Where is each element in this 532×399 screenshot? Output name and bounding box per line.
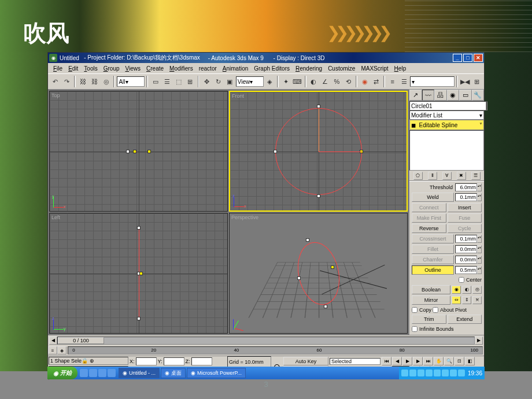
- tray-icon[interactable]: [409, 370, 416, 376]
- close-button[interactable]: ✕: [474, 54, 483, 62]
- start-button[interactable]: ◉ 开始: [47, 367, 77, 379]
- insert-button[interactable]: Insert: [448, 203, 482, 212]
- ql-ie-icon[interactable]: [80, 369, 88, 377]
- vertex-selected[interactable]: [147, 150, 151, 153]
- manipulate-icon[interactable]: ✦: [280, 76, 291, 87]
- curve-editor-icon[interactable]: ▶◀: [460, 76, 471, 87]
- tray-icon[interactable]: [401, 370, 408, 376]
- remove-mod-icon[interactable]: ✖: [457, 172, 466, 180]
- named-selection-combo[interactable]: ▾: [410, 76, 454, 87]
- modifier-stack[interactable]: [409, 130, 484, 171]
- angle-snap-icon[interactable]: ∠: [320, 76, 331, 87]
- time-slider-thumb[interactable]: 0 / 100: [58, 337, 104, 344]
- mirror-icon[interactable]: ⇄: [371, 76, 382, 87]
- selection-filter-combo[interactable]: All ▾: [117, 76, 145, 87]
- menu-animation[interactable]: Animation: [220, 65, 251, 72]
- scale-icon[interactable]: ▣: [224, 76, 235, 87]
- snap-icon[interactable]: ◐: [308, 76, 319, 87]
- display-tab-icon[interactable]: ▭: [459, 90, 472, 101]
- menu-maxscript[interactable]: MAXScript: [358, 65, 391, 72]
- modifier-stack-item[interactable]: ◼ Editable Spline˅: [409, 120, 484, 130]
- viewport-perspective[interactable]: Perspective: [229, 213, 408, 334]
- extend-button[interactable]: Extend: [448, 315, 482, 324]
- time-slider[interactable]: ◀ 0 / 100 ▶: [48, 335, 484, 345]
- menu-reactor[interactable]: reactor: [196, 65, 220, 72]
- fov-icon[interactable]: ◧: [465, 357, 475, 365]
- vertex[interactable]: [324, 305, 327, 308]
- keyboard-icon[interactable]: ⌨: [292, 76, 303, 87]
- window-crossing-icon[interactable]: ⊞: [184, 76, 195, 87]
- ref-coord-combo[interactable]: View ▾: [236, 76, 264, 87]
- create-tab-icon[interactable]: ↗: [409, 90, 422, 101]
- menu-edit[interactable]: Edit: [65, 65, 81, 72]
- fuse-button[interactable]: Fuse: [448, 213, 482, 223]
- titlebar[interactable]: ◉ Untitled - Project Folder: D:\Backup\我…: [48, 53, 484, 63]
- mirror-v-icon[interactable]: ⇕: [462, 296, 471, 304]
- trim-button[interactable]: Trim: [412, 315, 446, 324]
- prev-key-icon[interactable]: ◀: [49, 337, 57, 345]
- tray-icon[interactable]: [434, 370, 441, 376]
- pan-icon[interactable]: ✋: [434, 357, 444, 365]
- modify-tab-icon[interactable]: 〰: [422, 90, 435, 101]
- task-powerpoint[interactable]: ◉ Microsoft PowerP...: [187, 368, 246, 378]
- fillet-spinner[interactable]: [455, 245, 477, 253]
- goto-end-icon[interactable]: ⏭: [423, 357, 433, 365]
- vertex-selected[interactable]: [331, 265, 334, 269]
- menu-graph[interactable]: Graph Editors: [251, 65, 293, 72]
- vertex[interactable]: [274, 150, 277, 153]
- show-end-icon[interactable]: Ⅱ: [428, 172, 437, 180]
- next-frame-icon[interactable]: ▶: [413, 357, 423, 365]
- aboutpivot-checkbox[interactable]: About Pivot: [433, 307, 467, 313]
- track-bar[interactable]: ≡ ◈ 0 20 40 60 80 100: [48, 345, 484, 356]
- vertex[interactable]: [126, 150, 130, 153]
- reverse-button[interactable]: Reverse: [412, 224, 446, 233]
- tray-icon[interactable]: [426, 370, 433, 376]
- vertex[interactable]: [133, 150, 136, 153]
- fillet-button[interactable]: Fillet: [412, 245, 454, 254]
- track-filter-icon[interactable]: ≡: [48, 346, 57, 354]
- motion-tab-icon[interactable]: ◉: [447, 90, 460, 101]
- tray-icon[interactable]: [442, 370, 449, 376]
- menu-rendering[interactable]: Rendering: [293, 65, 325, 72]
- tray-icon[interactable]: [458, 370, 465, 376]
- menu-help[interactable]: Help: [391, 65, 409, 72]
- bind-icon[interactable]: ◎: [101, 76, 112, 87]
- pin-stack-icon[interactable]: ⬠: [413, 172, 423, 180]
- goto-start-icon[interactable]: ⏮: [382, 357, 391, 365]
- spinner-snap-icon[interactable]: ⟲: [343, 76, 354, 87]
- keymode-combo[interactable]: Selected: [330, 358, 380, 365]
- vertex[interactable]: [137, 226, 141, 230]
- viewport-front[interactable]: Front x z: [229, 91, 408, 212]
- track-key-icon[interactable]: ◈: [57, 346, 66, 354]
- select-name-icon[interactable]: ☰: [161, 76, 172, 87]
- layers-icon[interactable]: ☰: [398, 76, 409, 87]
- select-icon[interactable]: ▭: [150, 76, 161, 87]
- task-3dsmax[interactable]: ◉ Untitled - ...: [119, 368, 160, 378]
- viewport-top[interactable]: Top x y: [49, 91, 228, 212]
- menu-create[interactable]: Create: [143, 65, 167, 72]
- bool-intersect-icon[interactable]: ◎: [472, 286, 482, 294]
- boolean-button[interactable]: Boolean: [412, 285, 450, 294]
- vertex-selected[interactable]: [139, 272, 143, 275]
- mirror-h-icon[interactable]: ⇔: [452, 296, 461, 304]
- minimize-button[interactable]: _: [453, 54, 462, 62]
- unique-icon[interactable]: ∀: [442, 172, 452, 180]
- schematic-icon[interactable]: ⊞: [471, 76, 482, 87]
- object-color-swatch[interactable]: [486, 101, 487, 110]
- crossinsert-button[interactable]: CrossInsert: [412, 234, 454, 243]
- crossinsert-spinner[interactable]: [455, 235, 477, 243]
- chamfer-spinner[interactable]: [455, 256, 477, 264]
- play-icon[interactable]: ▶: [402, 357, 412, 365]
- outline-button[interactable]: Outline: [412, 265, 454, 275]
- z-coord-field[interactable]: [191, 357, 212, 365]
- y-coord-field[interactable]: [164, 357, 184, 365]
- menu-tools[interactable]: Tools: [81, 65, 100, 72]
- weld-button[interactable]: Weld: [412, 193, 454, 202]
- named-sel-icon[interactable]: ◉: [359, 76, 370, 87]
- vertex[interactable]: [306, 238, 309, 242]
- align-icon[interactable]: ≡: [387, 76, 398, 87]
- object-name-field[interactable]: [409, 101, 486, 110]
- prev-frame-icon[interactable]: ◀: [392, 357, 402, 365]
- tray-icon[interactable]: [450, 370, 457, 376]
- bool-subtract-icon[interactable]: ◐: [462, 286, 471, 294]
